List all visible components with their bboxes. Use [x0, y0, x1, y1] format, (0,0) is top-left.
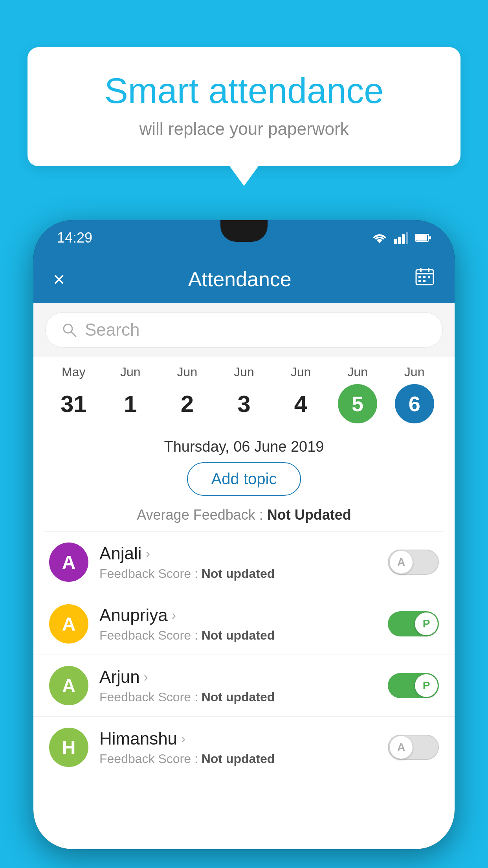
chevron-right-icon: ›: [181, 731, 185, 746]
student-list: AAnjali›Feedback Score : Not updatedAAAn…: [33, 531, 455, 778]
toggle-track: P: [388, 673, 439, 698]
calendar-day[interactable]: Jun5: [334, 365, 381, 423]
toggle-thumb: A: [390, 736, 413, 759]
avg-feedback-label: Average Feedback :: [137, 507, 263, 523]
student-info: Arjun›Feedback Score : Not updated: [99, 667, 377, 704]
phone-notch: [220, 220, 268, 242]
search-placeholder: Search: [85, 320, 139, 340]
student-avatar: A: [49, 542, 88, 582]
svg-rect-10: [428, 268, 429, 272]
cal-month: Jun: [120, 365, 141, 379]
toggle-track: A: [388, 735, 439, 760]
attendance-toggle[interactable]: P: [388, 673, 439, 698]
attendance-toggle[interactable]: A: [388, 550, 439, 575]
student-name-row[interactable]: Anjali›: [99, 544, 377, 563]
cal-month: Jun: [404, 365, 425, 379]
chevron-right-icon: ›: [144, 669, 148, 684]
toggle-track: P: [388, 611, 439, 636]
cal-date: 3: [224, 384, 264, 423]
avg-feedback: Average Feedback : Not Updated: [33, 507, 455, 531]
student-name-row[interactable]: Himanshu›: [99, 729, 377, 748]
cal-date: 31: [54, 384, 93, 423]
svg-rect-14: [418, 280, 421, 282]
cal-month: May: [62, 365, 85, 379]
student-avatar: A: [49, 604, 88, 644]
speech-bubble-container: Smart attendance will replace your paper…: [28, 47, 460, 166]
cal-date: 6: [395, 384, 434, 423]
svg-rect-5: [416, 235, 427, 241]
feedback-score: Feedback Score : Not updated: [99, 628, 377, 643]
student-avatar: H: [49, 728, 88, 767]
search-bar[interactable]: Search: [45, 312, 443, 348]
status-time: 14:29: [57, 230, 92, 246]
student-item: AAnjali›Feedback Score : Not updatedA: [33, 531, 455, 593]
student-name: Anjali: [99, 544, 142, 563]
cal-date: 5: [338, 384, 377, 423]
toggle-thumb: P: [415, 612, 438, 635]
cal-date: 1: [111, 384, 150, 423]
calendar-day[interactable]: Jun1: [107, 365, 154, 423]
add-topic-button[interactable]: Add topic: [187, 462, 301, 496]
toggle-thumb: A: [390, 551, 413, 574]
svg-rect-9: [420, 268, 422, 272]
student-info: Himanshu›Feedback Score : Not updated: [99, 729, 377, 766]
status-bar: 14:29: [33, 220, 455, 256]
calendar-strip: May31Jun1Jun2Jun3Jun4Jun5Jun6: [33, 357, 455, 427]
phone: 14:29: [33, 220, 455, 849]
calendar-button[interactable]: [415, 267, 435, 292]
cal-date: 4: [281, 384, 321, 423]
chevron-right-icon: ›: [146, 546, 150, 561]
student-item: HHimanshu›Feedback Score : Not updatedA: [33, 717, 455, 778]
student-avatar: A: [49, 666, 88, 705]
screen-content: Search May31Jun1Jun2Jun3Jun4Jun5Jun6 Thu…: [33, 303, 455, 849]
svg-rect-8: [416, 273, 433, 274]
calendar-day[interactable]: May31: [50, 365, 97, 423]
student-name: Arjun: [99, 667, 140, 687]
cal-month: Jun: [347, 365, 368, 379]
attendance-toggle[interactable]: P: [388, 611, 439, 636]
battery-icon: [415, 234, 431, 242]
svg-rect-13: [428, 276, 430, 278]
toggle-track: A: [388, 550, 439, 575]
svg-rect-6: [429, 236, 431, 239]
svg-rect-11: [418, 276, 421, 278]
attendance-toggle[interactable]: A: [388, 735, 439, 760]
feedback-score: Feedback Score : Not updated: [99, 690, 377, 704]
student-name: Himanshu: [99, 729, 177, 748]
calendar-day[interactable]: Jun3: [220, 365, 268, 423]
svg-rect-0: [394, 239, 397, 244]
svg-rect-1: [398, 237, 401, 244]
student-name: Anupriya: [99, 605, 168, 625]
calendar-day[interactable]: Jun4: [277, 365, 325, 423]
student-info: Anjali›Feedback Score : Not updated: [99, 544, 377, 581]
speech-bubble: Smart attendance will replace your paper…: [28, 47, 460, 166]
student-name-row[interactable]: Arjun›: [99, 667, 377, 687]
bubble-title: Smart attendance: [59, 71, 429, 111]
student-info: Anupriya›Feedback Score : Not updated: [99, 605, 377, 643]
svg-rect-12: [423, 276, 426, 278]
svg-rect-2: [402, 234, 405, 244]
cal-month: Jun: [234, 365, 254, 379]
toggle-thumb: P: [415, 674, 438, 697]
search-icon: [61, 322, 77, 338]
feedback-score: Feedback Score : Not updated: [99, 752, 377, 766]
cal-date: 2: [167, 384, 207, 423]
feedback-score: Feedback Score : Not updated: [99, 566, 377, 581]
bubble-subtitle: will replace your paperwork: [59, 119, 429, 139]
status-icons: [372, 232, 431, 244]
student-item: AArjun›Feedback Score : Not updatedP: [33, 655, 455, 717]
calendar-day[interactable]: Jun6: [391, 365, 438, 423]
svg-rect-15: [423, 280, 426, 282]
avg-feedback-value: Not Updated: [267, 507, 351, 523]
svg-rect-3: [406, 232, 408, 244]
app-bar: × Attendance: [33, 256, 455, 303]
calendar-day[interactable]: Jun2: [163, 365, 211, 423]
chevron-right-icon: ›: [172, 607, 176, 623]
cal-month: Jun: [291, 365, 311, 379]
phone-container: 14:29: [33, 220, 455, 868]
student-name-row[interactable]: Anupriya›: [99, 605, 377, 625]
close-button[interactable]: ×: [53, 267, 65, 291]
cal-month: Jun: [177, 365, 198, 379]
search-bar-container: Search: [33, 303, 455, 357]
svg-line-17: [71, 332, 76, 337]
